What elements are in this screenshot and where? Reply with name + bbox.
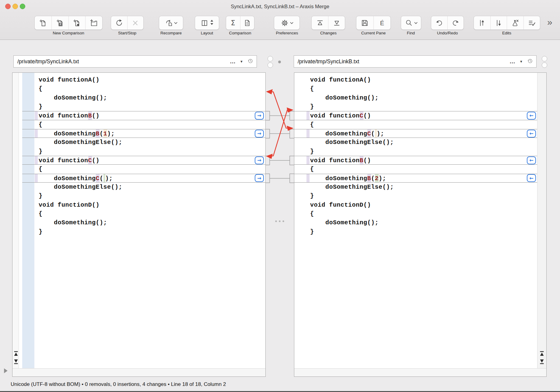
shift-lines-down-button[interactable] xyxy=(490,16,507,30)
gear-icon xyxy=(281,19,289,27)
comparison-report-button[interactable] xyxy=(240,16,254,30)
new-folder-comparison-button[interactable] xyxy=(85,16,102,30)
left-horizontal-scrollbar[interactable] xyxy=(12,368,265,376)
new-text-comparison-button[interactable] xyxy=(35,16,51,30)
svg-text:É: É xyxy=(380,20,384,26)
save-button[interactable] xyxy=(356,16,373,30)
right-file-pane: void functionA(){ doSomething();}void fu… xyxy=(294,72,547,377)
toolbar-label-preferences: Preferences xyxy=(276,31,298,35)
previous-change-icon xyxy=(316,19,324,27)
right-path-more-button[interactable]: … xyxy=(509,60,516,63)
redo-button[interactable] xyxy=(447,16,464,30)
go-to-first-change-button[interactable] xyxy=(539,351,544,356)
stop-button[interactable] xyxy=(127,16,144,30)
chevron-down-icon xyxy=(174,20,177,26)
go-to-last-change-button[interactable] xyxy=(539,359,544,364)
bottom-expander-button[interactable] xyxy=(3,368,8,373)
left-pane-link-toggle-top[interactable] xyxy=(268,56,273,61)
right-path-dropdown-button[interactable]: ▼ xyxy=(520,60,523,63)
window-title: SyncLinkA.txt, SyncLinkB.txt – Araxis Me… xyxy=(0,0,560,12)
pane-link-dot xyxy=(278,61,281,63)
code-line: doSomething(); xyxy=(22,218,265,227)
code-segment: ( xyxy=(371,130,375,137)
code-line: void functionA() xyxy=(22,75,265,84)
code-segment: { xyxy=(39,166,43,173)
merge-to-right-button[interactable]: → xyxy=(255,112,264,120)
code-segment: void function xyxy=(310,157,360,164)
merge-to-left-button[interactable]: ← xyxy=(527,130,536,138)
toolbar-group-comparison: Σ xyxy=(226,16,254,30)
changed-code-line: doSomethingC();← xyxy=(294,129,537,138)
left-path-more-button[interactable]: … xyxy=(230,60,236,63)
left-file-path-field[interactable]: /private/tmp/SyncLinkA.txt xyxy=(14,58,230,65)
new-binary-comparison-button[interactable]: 01 xyxy=(51,16,68,30)
code-segment: () xyxy=(92,157,100,164)
araxis-merge-window: SyncLinkA.txt, SyncLinkB.txt – Araxis Me… xyxy=(0,0,560,392)
encoding-icon: É xyxy=(378,19,386,27)
changed-code-line: void functionC()← xyxy=(294,111,537,120)
code-segment: { xyxy=(310,210,314,217)
code-segment-changed: B xyxy=(88,111,92,120)
code-segment: void functionD() xyxy=(39,201,100,208)
code-line: } xyxy=(22,227,265,236)
find-button[interactable] xyxy=(401,16,421,30)
code-segment: } xyxy=(310,228,314,235)
toolbar-label-edits: Edits xyxy=(502,31,511,35)
next-change-button[interactable] xyxy=(328,16,345,30)
merge-to-left-button[interactable]: ← xyxy=(527,156,536,164)
left-path-dropdown-button[interactable]: ▼ xyxy=(240,60,243,63)
right-horizontal-scrollbar[interactable] xyxy=(294,368,546,376)
previous-change-button[interactable] xyxy=(312,16,328,30)
changed-code-line: doSomethingC();→ xyxy=(22,174,265,183)
merge-to-right-button[interactable]: → xyxy=(255,156,264,164)
toolbar-overflow-button[interactable]: » xyxy=(547,17,552,27)
right-overview-strip[interactable] xyxy=(537,73,546,376)
code-line: { xyxy=(22,120,265,129)
shift-lines-down-icon xyxy=(495,19,503,27)
history-icon[interactable] xyxy=(247,58,254,65)
go-to-last-change-button[interactable] xyxy=(13,359,19,364)
merge-to-right-button[interactable]: → xyxy=(255,130,264,138)
preferences-button[interactable] xyxy=(274,16,299,30)
shift-lines-up-button[interactable] xyxy=(474,16,490,30)
merge-to-right-button[interactable]: → xyxy=(255,174,264,182)
encoding-button[interactable]: É xyxy=(373,16,391,30)
code-segment: } xyxy=(310,148,314,155)
changed-code-line: void functionB()← xyxy=(294,156,537,165)
merge-to-left-button[interactable]: ← xyxy=(527,112,536,120)
start-button[interactable] xyxy=(111,16,127,30)
code-line: { xyxy=(294,165,537,173)
code-line: } xyxy=(294,191,537,200)
right-pane-link-toggle-bottom[interactable] xyxy=(542,62,547,68)
code-segment: } xyxy=(39,192,43,199)
left-overview-strip[interactable] xyxy=(12,73,19,376)
code-line: doSomething(); xyxy=(294,93,537,102)
code-segment: { xyxy=(39,121,43,128)
code-line: { xyxy=(294,120,537,129)
code-segment: void functionA() xyxy=(39,76,100,83)
code-line: } xyxy=(22,102,265,111)
code-segment: doSomethingElse(); xyxy=(310,184,394,191)
code-segment-changed: C xyxy=(96,174,100,182)
accept-changes-button[interactable] xyxy=(523,16,540,30)
code-segment: { xyxy=(310,121,314,128)
code-segment: () xyxy=(92,112,100,119)
layout-button[interactable] xyxy=(195,16,219,30)
new-image-comparison-button[interactable] xyxy=(68,16,86,30)
history-icon[interactable] xyxy=(527,58,533,65)
recompare-button[interactable] xyxy=(159,16,183,30)
code-segment-inserted: 2 xyxy=(375,174,379,182)
recompare-icon xyxy=(165,19,173,27)
merge-to-left-button[interactable]: ← xyxy=(527,174,536,182)
code-segment: ); xyxy=(377,130,384,137)
right-pane-link-toggle-top[interactable] xyxy=(542,56,547,61)
code-line: void functionD() xyxy=(294,201,537,209)
left-pane-link-toggle-bottom[interactable] xyxy=(268,62,273,68)
summary-button[interactable]: Σ xyxy=(226,16,240,30)
code-line: { xyxy=(22,165,265,173)
go-to-first-change-button[interactable] xyxy=(13,351,19,356)
undo-button[interactable] xyxy=(431,16,447,30)
new-folder-comparison-icon xyxy=(90,19,98,27)
remove-changes-button[interactable] xyxy=(507,16,523,30)
right-file-path-field[interactable]: /private/tmp/SyncLinkB.txt xyxy=(294,58,509,65)
